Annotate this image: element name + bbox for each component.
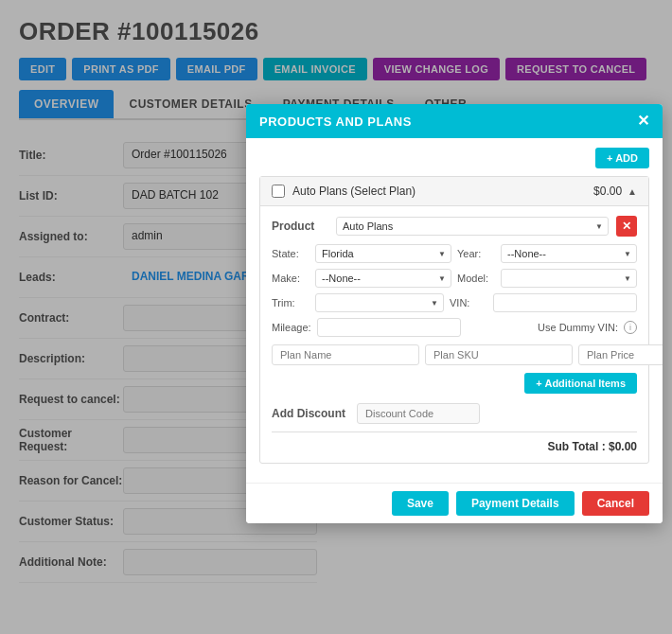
make-model-row: Make: --None-- Model: [272, 269, 637, 288]
trim-select[interactable] [315, 293, 444, 312]
make-label: Make: [272, 273, 309, 284]
plan-price-display: $0.00 ▲ [593, 185, 637, 198]
product-row: Product Auto Plans ✕ [272, 216, 637, 237]
plan-header: Auto Plans (Select Plan) $0.00 ▲ [260, 177, 648, 206]
products-and-plans-modal: PRODUCTS AND PLANS ✕ + ADD Auto Plans (S… [246, 104, 663, 523]
vin-field: VIN: [450, 293, 637, 312]
vin-input[interactable] [493, 293, 637, 312]
modal-footer: Save Payment Details Cancel [246, 483, 663, 523]
make-select-wrapper: --None-- [315, 269, 451, 288]
state-select[interactable]: Florida [315, 244, 451, 263]
state-label: State: [272, 248, 309, 259]
main-page: ORDER #100115026 EDIT PRINT AS PDF EMAIL… [0, 0, 672, 634]
model-select[interactable] [501, 269, 637, 288]
dummy-vin-label: Use Dummy VIN: [538, 322, 618, 333]
make-select[interactable]: --None-- [315, 269, 451, 288]
discount-row: Add Discount [272, 403, 637, 424]
additional-items-row: + Additional Items [272, 373, 637, 394]
plan-price-value: $0.00 [593, 185, 622, 198]
modal-payment-details-button[interactable]: Payment Details [456, 491, 575, 516]
model-select-wrapper [501, 269, 637, 288]
plan-checkbox[interactable] [272, 185, 285, 198]
vin-label: VIN: [450, 297, 487, 308]
mileage-field: Mileage: [272, 318, 461, 337]
trim-vin-row: Trim: VIN: [272, 293, 637, 312]
product-label: Product [272, 220, 328, 233]
modal-header: PRODUCTS AND PLANS ✕ [246, 104, 663, 138]
plan-price-input[interactable] [578, 344, 663, 365]
state-year-row: State: Florida Year: [272, 244, 637, 263]
modal-title: PRODUCTS AND PLANS [259, 114, 412, 129]
state-field: State: Florida [272, 244, 451, 263]
year-select[interactable]: --None-- [501, 244, 637, 263]
plan-section: Auto Plans (Select Plan) $0.00 ▲ Product [259, 176, 649, 464]
year-label: Year: [457, 248, 495, 259]
plan-fields-row: SELECT PLAN [272, 344, 637, 365]
modal-body: + ADD Auto Plans (Select Plan) $0.00 ▲ [246, 138, 663, 483]
plan-name-input[interactable] [272, 344, 419, 365]
trim-field: Trim: [272, 293, 444, 312]
plan-name-label: Auto Plans (Select Plan) [292, 185, 416, 198]
modal-cancel-button[interactable]: Cancel [582, 491, 649, 516]
trim-label: Trim: [272, 297, 309, 308]
mileage-label: Mileage: [272, 322, 311, 333]
discount-input[interactable] [357, 403, 480, 424]
model-label: Model: [457, 273, 495, 284]
modal-overlay: PRODUCTS AND PLANS ✕ + ADD Auto Plans (S… [0, 0, 672, 634]
additional-items-button[interactable]: + Additional Items [524, 373, 637, 394]
plan-sku-input[interactable] [425, 344, 573, 365]
product-select[interactable]: Auto Plans [336, 217, 609, 236]
info-icon[interactable]: i [624, 321, 637, 334]
plan-body: Product Auto Plans ✕ State: [260, 206, 648, 463]
model-field: Model: [457, 269, 637, 288]
dummy-vin-field: Use Dummy VIN: i [469, 321, 637, 334]
trim-select-wrapper [315, 293, 444, 312]
year-select-wrapper: --None-- [501, 244, 637, 263]
discount-label: Add Discount [272, 407, 347, 420]
subtotal-label: Sub Total : $0.00 [548, 440, 637, 453]
product-select-wrapper: Auto Plans [336, 217, 609, 236]
add-button-row: + ADD [259, 148, 649, 168]
year-field: Year: --None-- [457, 244, 637, 263]
make-field: Make: --None-- [272, 269, 451, 288]
add-plan-button[interactable]: + ADD [595, 148, 649, 168]
mileage-dummy-row: Mileage: Use Dummy VIN: i [272, 318, 637, 337]
mileage-input[interactable] [317, 318, 461, 337]
delete-plan-button[interactable]: ✕ [616, 216, 637, 237]
chevron-up-icon: ▲ [628, 186, 637, 197]
subtotal-row: Sub Total : $0.00 [272, 431, 637, 453]
modal-close-button[interactable]: ✕ [637, 114, 649, 129]
modal-save-button[interactable]: Save [392, 491, 449, 516]
state-select-wrapper: Florida [315, 244, 451, 263]
plan-header-left: Auto Plans (Select Plan) [272, 185, 416, 198]
